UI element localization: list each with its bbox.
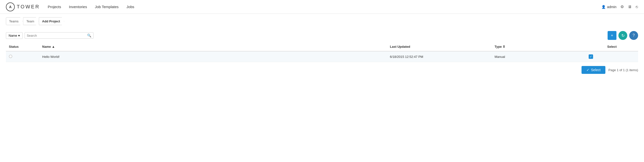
col-header-name[interactable]: Name ▲ [39, 42, 387, 51]
status-circle [9, 55, 12, 58]
sync-icon: ↻ [621, 33, 624, 38]
pagination-info: Page 1 of 1 (1 items) [608, 68, 638, 72]
row-last-updated: 6/18/2015 12:52:47 PM [387, 51, 492, 62]
select-button[interactable]: ✓ Select [582, 66, 606, 74]
breadcrumb: Teams Team Add Project [0, 14, 644, 29]
footer: ✓ Select Page 1 of 1 (1 items) [0, 62, 644, 78]
nav-job-templates[interactable]: Job Templates [95, 5, 118, 9]
select-check-icon: ✓ [586, 68, 590, 72]
monitor-icon[interactable]: 🖥 [628, 5, 632, 9]
search-icon: 🔍 [87, 34, 91, 37]
logo-text: TOWER [17, 4, 40, 10]
col-header-status: Status [6, 42, 39, 51]
row-name: Hello World! [39, 51, 387, 62]
toolbar: Name ▾ 🔍 + ↻ ? [0, 29, 644, 42]
nav-jobs[interactable]: Jobs [126, 5, 134, 9]
row-status [6, 51, 39, 62]
settings-icon[interactable]: ⚙ [620, 5, 624, 9]
breadcrumb-team[interactable]: Team [23, 17, 38, 25]
sync-button[interactable]: ↻ [618, 31, 627, 40]
user-icon: 👤 [602, 5, 606, 9]
search-box: 🔍 [24, 32, 94, 39]
username: admin [607, 5, 616, 9]
help-icon: ? [633, 33, 635, 38]
help-button[interactable]: ? [629, 31, 638, 40]
table-header: Status Name ▲ Last Updated Type ⇕ Select [6, 42, 638, 51]
logo[interactable]: A TOWER [6, 3, 40, 11]
row-type: Manual [492, 51, 586, 62]
add-icon: + [611, 33, 613, 38]
filter-label: Name [8, 34, 17, 37]
filter-chevron-icon: ▾ [18, 34, 20, 37]
search-input[interactable] [27, 34, 87, 37]
nav-inventories[interactable]: Inventories [69, 5, 87, 9]
breadcrumb-add-project: Add Project [39, 17, 64, 25]
projects-table: Status Name ▲ Last Updated Type ⇕ Select… [6, 42, 638, 62]
filter-button[interactable]: Name ▾ [6, 32, 23, 39]
table-body: Hello World! 6/18/2015 12:52:47 PM Manua… [6, 51, 638, 62]
sort-asc-icon: ▲ [52, 45, 55, 49]
table-container: Status Name ▲ Last Updated Type ⇕ Select… [0, 42, 644, 62]
nav-projects[interactable]: Projects [48, 5, 61, 9]
add-button[interactable]: + [608, 31, 616, 40]
nav-links: Projects Inventories Job Templates Jobs [48, 5, 602, 9]
col-header-type[interactable]: Type ⇕ [492, 42, 586, 51]
navbar: A TOWER Projects Inventories Job Templat… [0, 0, 644, 14]
logout-icon[interactable]: ⎋ [636, 5, 638, 9]
nav-right: 👤 admin ⚙ 🖥 ⎋ [602, 5, 638, 9]
col-header-last-updated: Last Updated [387, 42, 492, 51]
breadcrumb-teams[interactable]: Teams [6, 17, 23, 25]
col-header-select: Select [586, 42, 638, 51]
nav-user: 👤 admin [602, 5, 616, 9]
table-row: Hello World! 6/18/2015 12:52:47 PM Manua… [6, 51, 638, 62]
logo-icon: A [6, 3, 15, 11]
row-select[interactable]: ✓ [586, 51, 638, 62]
sort-both-icon: ⇕ [502, 45, 505, 49]
select-checkbox[interactable]: ✓ [589, 54, 593, 59]
select-label: Select [591, 68, 600, 72]
